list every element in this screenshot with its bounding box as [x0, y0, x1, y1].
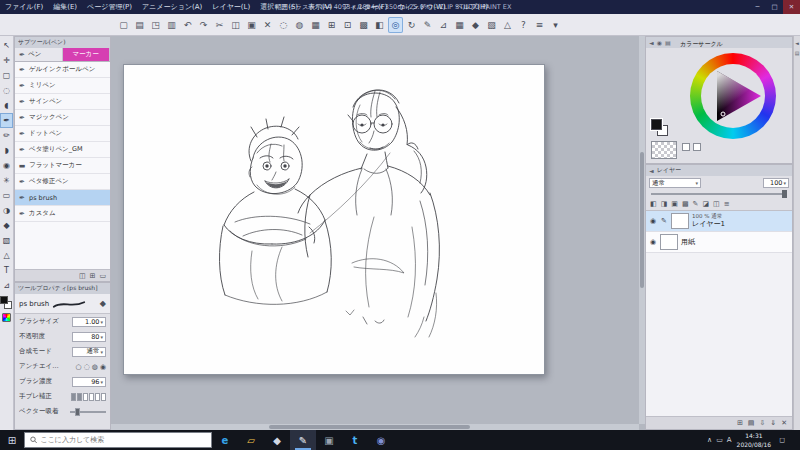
- subtool-group-pen[interactable]: ✒ ペン: [15, 48, 63, 61]
- tool-icon[interactable]: ▭: [0, 188, 13, 203]
- subtool-item[interactable]: ▬ フラットマーカー: [15, 158, 110, 174]
- toolbar-icon[interactable]: ◧: [372, 17, 387, 33]
- layer-thumbnail[interactable]: [671, 213, 689, 229]
- subtool-item[interactable]: ✒ ドットペン: [15, 126, 110, 142]
- opacity-input[interactable]: 80▾: [72, 332, 106, 342]
- menu-item[interactable]: ウィンドウ(W): [393, 0, 451, 14]
- tool-icon[interactable]: ✒: [0, 113, 13, 128]
- color-history-swatch[interactable]: [693, 143, 701, 151]
- color-history-swatch[interactable]: [682, 143, 690, 151]
- subtool-item[interactable]: ✒ マジックペン: [15, 110, 110, 126]
- stabilization-level-control[interactable]: [71, 393, 106, 401]
- minimize-button[interactable]: ─: [749, 0, 766, 14]
- tool-icon[interactable]: ◖: [0, 98, 13, 113]
- subtool-item[interactable]: ✒ サインペン: [15, 94, 110, 110]
- color-panel-header-icon[interactable]: ▤: [665, 39, 671, 46]
- toolbar-icon[interactable]: ▥: [164, 17, 179, 33]
- tool-icon[interactable]: ↖: [0, 38, 13, 53]
- color-panel-header-icon[interactable]: ◉: [657, 39, 662, 46]
- toolbar-icon[interactable]: ◌: [276, 17, 291, 33]
- toolbar-icon[interactable]: ↻: [404, 17, 419, 33]
- maximize-button[interactable]: □: [766, 0, 783, 14]
- antialias-middle-icon[interactable]: ◍: [92, 363, 98, 371]
- taskbar-clock[interactable]: 14:31 2020/08/16: [737, 431, 772, 449]
- dock-collapse-icon[interactable]: ◄: [649, 167, 654, 174]
- toolbar-icon[interactable]: ?: [516, 17, 531, 33]
- brush-density-input[interactable]: 96▾: [72, 377, 106, 387]
- menu-item[interactable]: 編集(E): [48, 0, 82, 14]
- tool-icon[interactable]: △: [0, 248, 13, 263]
- brush-size-input[interactable]: 1.00▾: [72, 317, 106, 327]
- layer-toolbar-icon[interactable]: ◪: [702, 200, 709, 208]
- toolbar-icon[interactable]: ▤: [132, 17, 147, 33]
- tool-icon[interactable]: ◗: [0, 143, 13, 158]
- tool-icon[interactable]: ◌: [0, 83, 13, 98]
- subtool-item[interactable]: ✒ ミリペン: [15, 78, 110, 94]
- canvas[interactable]: [123, 64, 545, 375]
- taskbar-app-icon[interactable]: ▱: [238, 430, 264, 450]
- subtool-item[interactable]: ✒ ゲルインクボールペン: [15, 62, 110, 78]
- layer-row[interactable]: ◉ ✎ 100 % 通常 レイヤー1: [646, 211, 792, 232]
- search-input[interactable]: [41, 436, 206, 444]
- toolbar-icon[interactable]: ↶: [180, 17, 195, 33]
- vector-snap-slider[interactable]: [70, 408, 106, 416]
- layer-footer-icon[interactable]: ⇩: [759, 419, 765, 427]
- toolbar-icon[interactable]: ▣: [244, 17, 259, 33]
- tool-icon[interactable]: ◆: [0, 218, 13, 233]
- tool-icon[interactable]: ◉: [0, 158, 13, 173]
- layer-opacity-slider[interactable]: [651, 193, 787, 195]
- layer-row[interactable]: ◉ 用紙: [646, 232, 792, 253]
- layer-thumbnail[interactable]: [660, 234, 678, 250]
- subtool-footer-icon[interactable]: ▭: [99, 272, 106, 280]
- layer-toolbar-icon[interactable]: ◧: [650, 200, 657, 208]
- close-button[interactable]: ✕: [783, 0, 800, 14]
- toolbar-icon[interactable]: ⊞: [324, 17, 339, 33]
- taskbar-search[interactable]: [24, 432, 212, 448]
- tray-icon[interactable]: A: [727, 436, 732, 444]
- subtool-footer-icon[interactable]: ⊞: [90, 272, 96, 280]
- toolbar-icon[interactable]: △: [500, 17, 515, 33]
- toolbar-icon[interactable]: ≡: [532, 17, 547, 33]
- dock-strip-icon[interactable]: ▤: [795, 50, 800, 56]
- brush-preset-row[interactable]: ps brush ◆: [15, 294, 110, 314]
- toolbar-icon[interactable]: ⊡: [340, 17, 355, 33]
- menu-item[interactable]: レイヤー(L): [207, 0, 255, 14]
- tray-icon[interactable]: ▭: [716, 436, 723, 444]
- toolbar-icon[interactable]: ▧: [484, 17, 499, 33]
- toolbar-icon[interactable]: ▾: [548, 17, 563, 33]
- color-panel-header-icon[interactable]: ◄: [649, 39, 654, 46]
- toolbar-icon[interactable]: ◫: [228, 17, 243, 33]
- subtool-item[interactable]: ✒ ベタ塗りペン_GM: [15, 142, 110, 158]
- start-button[interactable]: ⊞: [0, 430, 24, 450]
- antialias-weak-icon[interactable]: ◌: [84, 363, 90, 371]
- sv-triangle[interactable]: [690, 53, 776, 139]
- menu-item[interactable]: ファイル(F): [0, 0, 48, 14]
- layer-blend-mode-select[interactable]: 通常▾: [649, 178, 701, 188]
- toolbar-icon[interactable]: ↷: [196, 17, 211, 33]
- taskbar-app-icon[interactable]: e: [212, 430, 238, 450]
- toolbar-icon[interactable]: ✕: [260, 17, 275, 33]
- layer-footer-icon[interactable]: ⊞: [737, 419, 743, 427]
- transparent-color-swatch[interactable]: [651, 141, 677, 159]
- toolbar-icon[interactable]: ◆: [468, 17, 483, 33]
- taskbar-app-icon[interactable]: ◉: [368, 430, 394, 450]
- antialias-none-icon[interactable]: ○: [76, 363, 82, 371]
- toolbar-icon[interactable]: ✎: [420, 17, 435, 33]
- menu-item[interactable]: 表示(V): [303, 0, 337, 14]
- tool-icon[interactable]: ✛: [0, 53, 13, 68]
- tray-icon[interactable]: ∧: [707, 436, 712, 444]
- color-wheel[interactable]: [690, 53, 776, 139]
- tool-icon[interactable]: T: [0, 263, 13, 278]
- layer-toolbar-icon[interactable]: ✎: [693, 200, 699, 208]
- toolbar-icon[interactable]: ▢: [116, 17, 131, 33]
- tool-icon[interactable]: ▢: [0, 68, 13, 83]
- visibility-eye-icon[interactable]: ◉: [649, 238, 657, 246]
- taskbar-app-icon[interactable]: ▣: [316, 430, 342, 450]
- layer-footer-icon[interactable]: ⇓: [770, 419, 776, 427]
- toolbar-icon[interactable]: ◳: [148, 17, 163, 33]
- color-wheel-chip[interactable]: [2, 313, 11, 322]
- menu-item[interactable]: フィルター(F): [337, 0, 392, 14]
- action-center-icon[interactable]: ◻: [776, 436, 788, 444]
- visibility-eye-icon[interactable]: ◉: [649, 217, 657, 225]
- taskbar-app-icon[interactable]: ◆: [264, 430, 290, 450]
